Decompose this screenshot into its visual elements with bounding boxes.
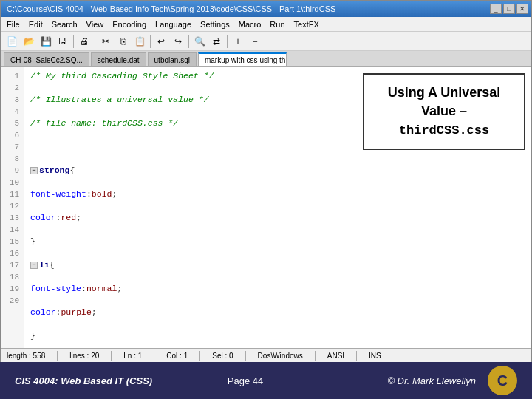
- undo-button[interactable]: ↩: [153, 34, 169, 49]
- toolbar-separator-4: [188, 35, 189, 48]
- menu-run[interactable]: Run: [265, 18, 289, 30]
- tab-utbolan[interactable]: utbolan.sql: [148, 52, 197, 66]
- status-sep-3: [154, 351, 154, 361]
- fold-9[interactable]: −: [30, 262, 38, 269]
- tab-schedule[interactable]: schedule.dat: [91, 52, 146, 66]
- zoom-in-button[interactable]: +: [230, 34, 246, 49]
- close-button[interactable]: ✕: [516, 4, 528, 14]
- bottom-panel: CIS 4004: Web Based IT (CSS) Page 44 © D…: [0, 362, 532, 399]
- menu-macro[interactable]: Macro: [234, 18, 266, 30]
- status-sep-5: [245, 351, 246, 361]
- line-numbers: 12345 678910 1112131415 1617181920: [1, 67, 24, 348]
- paste-button[interactable]: 📋: [132, 34, 148, 49]
- minimize-button[interactable]: _: [490, 4, 502, 14]
- logo-letter: C: [497, 372, 508, 389]
- menu-view[interactable]: View: [82, 18, 109, 30]
- menubar: File Edit Search View Encoding Language …: [1, 17, 531, 32]
- overlay-line1: Using A Universal: [388, 85, 501, 100]
- toolbar-separator-5: [227, 35, 228, 48]
- menu-search[interactable]: Search: [47, 18, 82, 30]
- find-button[interactable]: 🔍: [191, 34, 208, 49]
- toolbar-separator-3: [150, 35, 151, 48]
- tabbar: CH-08_SaleCc2.SQ... schedule.dat utbolan…: [1, 51, 531, 67]
- menu-textfx[interactable]: TextFX: [290, 18, 324, 30]
- new-button[interactable]: 📄: [4, 34, 20, 49]
- copy-button[interactable]: ⎘: [115, 34, 131, 49]
- save-all-button[interactable]: 🖫: [55, 34, 71, 49]
- tab-thirdcss[interactable]: markup with css using thirdCS...: [198, 52, 287, 66]
- statusbar: length : 558 lines : 20 Ln : 1 Col : 1 S…: [1, 348, 531, 363]
- fold-5[interactable]: −: [30, 167, 38, 174]
- status-ins: INS: [369, 352, 381, 360]
- editor-area: Using A Universal Value – thirdCSS.css 1…: [1, 67, 531, 348]
- menu-language[interactable]: Language: [151, 18, 196, 30]
- save-button[interactable]: 💾: [38, 34, 54, 49]
- status-sep-7: [356, 351, 357, 361]
- status-dos: Dos\Windows: [258, 352, 303, 360]
- menu-settings[interactable]: Settings: [196, 18, 234, 30]
- cut-button[interactable]: ✂: [98, 34, 114, 49]
- status-sep-6: [315, 351, 316, 361]
- toolbar-separator-1: [73, 35, 74, 48]
- menu-file[interactable]: File: [2, 18, 24, 30]
- bottom-logo: C: [488, 366, 517, 395]
- overlay-line3: thirdCSS.css: [399, 123, 489, 137]
- status-sep-4: [200, 351, 200, 361]
- status-ln: Ln : 1: [123, 352, 142, 360]
- toolbar: 📄 📂 💾 🖫 🖨 ✂ ⎘ 📋 ↩ ↪ 🔍 ⇄ + −: [1, 32, 531, 51]
- status-sel: Sel : 0: [212, 352, 233, 360]
- maximize-button[interactable]: □: [503, 4, 515, 14]
- status-lines: lines : 20: [69, 352, 99, 360]
- bottom-copyright: © Dr. Mark Llewellyn: [322, 375, 476, 386]
- titlebar-buttons: _ □ ✕: [490, 4, 528, 14]
- status-col: Col : 1: [166, 352, 188, 360]
- status-sep-1: [57, 351, 58, 361]
- print-button[interactable]: 🖨: [76, 34, 92, 49]
- status-sep-2: [111, 351, 112, 361]
- replace-button[interactable]: ⇄: [208, 34, 225, 49]
- menu-edit[interactable]: Edit: [24, 18, 47, 30]
- titlebar: C:\Ccourse\CIS 4004 - Web-Based Info Tec…: [1, 1, 531, 17]
- zoom-out-button[interactable]: −: [247, 34, 263, 49]
- bottom-page: Page 44: [168, 375, 322, 386]
- redo-button[interactable]: ↪: [170, 34, 186, 49]
- status-length: length : 558: [7, 352, 45, 360]
- overlay-line2: Value –: [421, 103, 467, 118]
- window-title: C:\Ccourse\CIS 4004 - Web-Based Info Tec…: [4, 4, 490, 13]
- bottom-course: CIS 4004: Web Based IT (CSS): [15, 375, 168, 386]
- overlay-box: Using A Universal Value – thirdCSS.css: [363, 73, 525, 150]
- menu-encoding[interactable]: Encoding: [108, 18, 151, 30]
- open-button[interactable]: 📂: [21, 34, 37, 49]
- status-encoding: ANSI: [327, 352, 344, 360]
- toolbar-separator-2: [95, 35, 95, 48]
- tab-salece2[interactable]: CH-08_SaleCc2.SQ...: [4, 52, 89, 66]
